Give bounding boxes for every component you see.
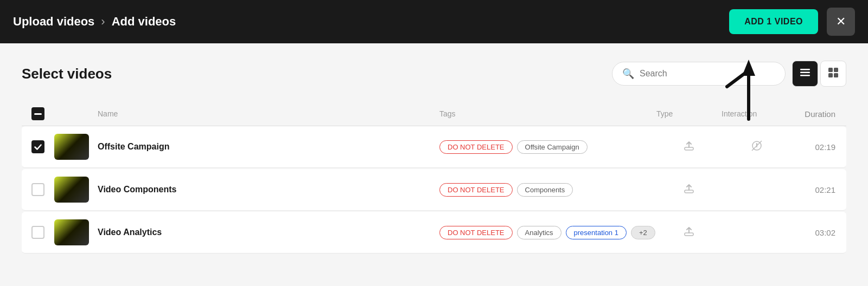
search-icon: 🔍 xyxy=(622,68,634,80)
close-icon: ✕ xyxy=(836,15,846,29)
svg-rect-6 xyxy=(828,73,833,77)
breadcrumb-upload: Upload videos xyxy=(13,15,94,29)
video-thumbnail xyxy=(54,219,89,245)
header-interaction-col: Interaction xyxy=(722,109,792,118)
svg-rect-9 xyxy=(685,147,693,150)
section-title: Select videos xyxy=(22,66,112,82)
row-type-icon xyxy=(656,183,722,197)
row-tags: DO NOT DELETEComponents xyxy=(439,183,656,197)
svg-rect-7 xyxy=(834,73,838,77)
tag-red[interactable]: DO NOT DELETE xyxy=(439,140,513,154)
row-tags: DO NOT DELETEAnalyticspresentation 1+2 xyxy=(439,226,656,239)
row-duration: 02:19 xyxy=(792,142,846,152)
svg-rect-13 xyxy=(685,233,693,236)
row-thumbnail-cell xyxy=(54,134,98,160)
row-interaction-icon xyxy=(722,140,792,154)
row-duration: 02:21 xyxy=(792,185,846,194)
video-thumbnail xyxy=(54,177,89,203)
row-checkbox-cell xyxy=(22,226,54,239)
breadcrumb-separator: › xyxy=(101,15,105,29)
table-body: Offsite CampaignDO NOT DELETEOffsite Cam… xyxy=(22,126,846,253)
breadcrumb-add: Add videos xyxy=(112,15,176,29)
row-checkbox-cell xyxy=(22,140,54,153)
row-duration: 03:02 xyxy=(792,228,846,237)
svg-rect-1 xyxy=(800,69,810,70)
svg-rect-12 xyxy=(685,190,693,193)
table-row: Offsite CampaignDO NOT DELETEOffsite Cam… xyxy=(22,126,846,168)
row-thumbnail-cell xyxy=(54,219,98,245)
svg-rect-5 xyxy=(834,68,838,72)
header-name-col: Name xyxy=(98,109,439,118)
tag-red[interactable]: DO NOT DELETE xyxy=(439,183,513,197)
tag-gray[interactable]: Offsite Campaign xyxy=(517,140,588,154)
add-video-button[interactable]: ADD 1 VIDEO xyxy=(729,9,818,34)
row-thumbnail-cell xyxy=(54,177,98,203)
svg-rect-8 xyxy=(34,113,42,115)
row-tags: DO NOT DELETEOffsite Campaign xyxy=(439,140,656,154)
grid-icon xyxy=(827,67,839,81)
header-type-col: Type xyxy=(656,109,722,118)
row-checkbox[interactable] xyxy=(31,140,44,153)
list-view-button[interactable] xyxy=(792,61,818,87)
row-type-icon xyxy=(656,140,722,154)
grid-view-button[interactable] xyxy=(820,61,846,87)
tag-gray[interactable]: Analytics xyxy=(517,226,561,239)
header: Upload videos › Add videos ADD 1 VIDEO ✕ xyxy=(0,0,868,43)
row-checkbox[interactable] xyxy=(31,226,44,239)
tag-red[interactable]: DO NOT DELETE xyxy=(439,226,513,239)
row-checkbox[interactable] xyxy=(31,183,44,196)
table-row: Video ComponentsDO NOT DELETEComponents0… xyxy=(22,169,846,211)
row-name: Video Components xyxy=(98,185,439,194)
row-type-icon xyxy=(656,225,722,240)
breadcrumb: Upload videos › Add videos xyxy=(13,15,176,29)
tag-blue[interactable]: presentation 1 xyxy=(566,226,627,239)
select-all-checkbox[interactable] xyxy=(31,107,44,120)
header-checkbox-col xyxy=(22,107,54,120)
svg-rect-3 xyxy=(800,75,810,76)
svg-line-11 xyxy=(752,141,762,151)
row-name: Video Analytics xyxy=(98,227,439,237)
search-bar: 🔍 xyxy=(612,62,786,86)
list-icon xyxy=(799,67,811,81)
top-right-controls: 🔍 xyxy=(612,61,846,87)
row-name: Offsite Campaign xyxy=(98,142,439,152)
svg-rect-2 xyxy=(800,72,810,73)
search-input[interactable] xyxy=(640,69,775,79)
svg-rect-4 xyxy=(828,68,833,72)
header-actions: ADD 1 VIDEO ✕ xyxy=(729,8,855,36)
video-thumbnail xyxy=(54,134,89,160)
table-row: Video AnalyticsDO NOT DELETEAnalyticspre… xyxy=(22,212,846,253)
row-checkbox-cell xyxy=(22,183,54,196)
view-toggle xyxy=(792,61,846,87)
table-header: Name Tags Type Interaction Duration xyxy=(22,102,846,126)
main-content: Select videos 🔍 xyxy=(0,43,868,286)
tag-gray[interactable]: Components xyxy=(517,183,573,197)
tag-plus[interactable]: +2 xyxy=(631,226,655,239)
top-row: Select videos 🔍 xyxy=(22,61,846,87)
header-duration-col: Duration xyxy=(792,109,846,119)
close-button[interactable]: ✕ xyxy=(827,8,855,36)
header-tags-col: Tags xyxy=(439,109,656,118)
